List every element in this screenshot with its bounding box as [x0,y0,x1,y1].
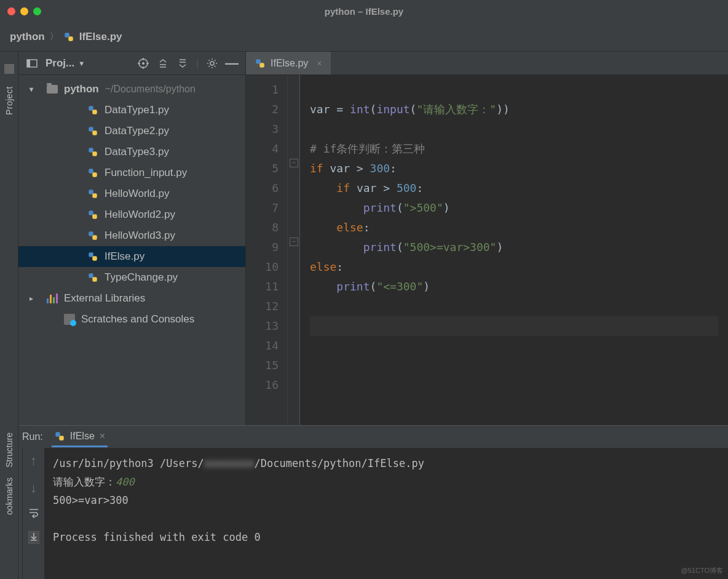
svg-rect-21 [89,210,93,215]
code-line[interactable] [310,336,718,356]
python-file-icon [87,167,98,178]
project-file-name: Function_input.py [105,167,187,179]
code-line[interactable]: else: [310,218,718,238]
python-file-icon [87,209,98,220]
code-line[interactable]: else: [310,257,718,277]
python-file-icon [54,431,65,442]
svg-rect-26 [92,256,97,261]
project-file[interactable]: DataType3.py [18,142,245,162]
svg-rect-29 [256,59,261,64]
project-root[interactable]: ▾ python ~/Documents/python [18,79,245,100]
locate-icon[interactable] [137,57,149,70]
code-line[interactable]: if var > 500: [310,178,718,198]
project-file[interactable]: IfElse.py [18,246,245,267]
project-file[interactable]: HelloWorld2.py [18,204,245,225]
code-line[interactable] [310,375,718,395]
close-window-button[interactable] [7,7,15,15]
left-toolwindow-strip: Project [0,52,18,425]
code-line[interactable] [310,356,718,375]
hide-panel-icon[interactable]: — [226,57,238,70]
editor-body[interactable]: 12345678910111213141516 − − var = int(in… [246,75,728,425]
code-line[interactable] [310,80,718,100]
svg-rect-28 [92,277,97,282]
svg-rect-0 [65,33,69,38]
code-line[interactable] [310,119,718,139]
project-toolwindow-icon[interactable] [4,64,14,74]
project-file[interactable]: HelloWorld.py [18,183,245,204]
code-line[interactable]: print(">500") [310,198,718,218]
scratches-consoles[interactable]: Scratches and Consoles [18,309,245,330]
code-line[interactable]: var = int(input("请输入数字：")) [310,100,718,119]
folder-icon [47,85,58,94]
main-area: Project Proj... ▼ | — [0,52,728,425]
minimize-window-button[interactable] [20,7,28,15]
code-line[interactable]: print("500>=var>300") [310,238,718,257]
project-root-path: ~/Documents/python [105,84,196,95]
project-toolwindow-label[interactable]: Project [4,86,14,115]
code-line[interactable]: print("<=300") [310,277,718,297]
console-line: /usr/bin/python3 /Users/xxxxxxxx/Documen… [53,454,719,473]
python-file-icon [87,126,98,137]
project-file[interactable]: DataType2.py [18,121,245,142]
fold-marker-icon[interactable]: − [290,238,298,246]
project-file[interactable]: Function_input.py [18,162,245,183]
maximize-window-button[interactable] [33,7,41,15]
editor-tabs: IfElse.py × [246,52,728,75]
scroll-to-end-button[interactable] [28,531,39,544]
svg-rect-25 [89,252,93,257]
svg-rect-3 [27,60,30,67]
bookmarks-toolwindow-label[interactable]: ookmarks [4,477,14,515]
chevron-right-icon[interactable]: ▸ [30,294,38,303]
project-file[interactable]: HelloWorld3.py [18,225,245,246]
svg-rect-27 [89,273,93,278]
run-tab[interactable]: IfElse × [52,427,108,447]
chevron-right-icon: 〉 [50,31,58,42]
gear-icon[interactable] [206,57,218,70]
console-text: /Documents/python/IfElse.py [255,457,424,469]
scratches-icon [64,314,75,325]
up-stack-button[interactable]: ↑ [30,453,37,469]
breadcrumb-root-label: python [10,31,45,43]
collapse-all-icon[interactable] [176,57,189,70]
code-line[interactable] [310,297,718,316]
console-output[interactable]: /usr/bin/python3 /Users/xxxxxxxx/Documen… [44,448,728,579]
down-stack-button[interactable]: ↓ [30,480,37,496]
svg-rect-18 [92,172,97,177]
expand-all-icon[interactable] [157,57,169,70]
project-panel: Proj... ▼ | — ▾ python ~ [18,52,246,425]
project-panel-header: Proj... ▼ | — [18,52,245,75]
code-line[interactable]: # if条件判断：第三种 [310,139,718,159]
breadcrumb-root[interactable]: python [10,31,45,43]
breadcrumb-file[interactable]: IfElse.py [63,31,122,43]
code-line[interactable] [310,316,718,336]
editor-tab[interactable]: IfElse.py × [246,52,331,74]
python-file-icon [87,251,98,262]
project-view-selector[interactable]: Proj... ▼ [46,57,85,70]
fold-marker-icon[interactable]: − [290,159,298,167]
svg-rect-32 [59,436,64,441]
project-file[interactable]: TypeChange.py [18,267,245,288]
project-file-name: HelloWorld3.py [105,230,175,242]
console-text: /usr/bin/python3 /Users/ [53,457,204,469]
chevron-down-icon[interactable]: ▾ [30,85,38,94]
svg-rect-16 [92,151,97,156]
svg-point-5 [142,62,144,65]
structure-toolwindow-label[interactable]: Structure [4,433,14,468]
project-view-icon[interactable] [26,57,38,70]
close-run-tab-icon[interactable]: × [100,431,105,442]
project-file[interactable]: DataType1.py [18,100,245,121]
external-libraries[interactable]: ▸ External Libraries [18,288,245,309]
project-file-name: IfElse.py [105,250,144,263]
svg-rect-17 [89,169,93,174]
svg-rect-30 [259,63,264,68]
code-area[interactable]: var = int(input("请输入数字：")) # if条件判断：第三种i… [300,75,728,425]
project-file-name: HelloWorld.py [105,188,170,200]
project-file-name: TypeChange.py [105,271,178,284]
console-line: 请输入数字：400 [53,473,719,491]
code-line[interactable]: if var > 300: [310,159,718,178]
traffic-lights [7,7,41,15]
project-tree[interactable]: ▾ python ~/Documents/python DataType1.py… [18,75,245,425]
external-libraries-label: External Libraries [64,292,145,305]
close-tab-icon[interactable]: × [317,58,322,68]
soft-wrap-button[interactable] [28,507,39,520]
